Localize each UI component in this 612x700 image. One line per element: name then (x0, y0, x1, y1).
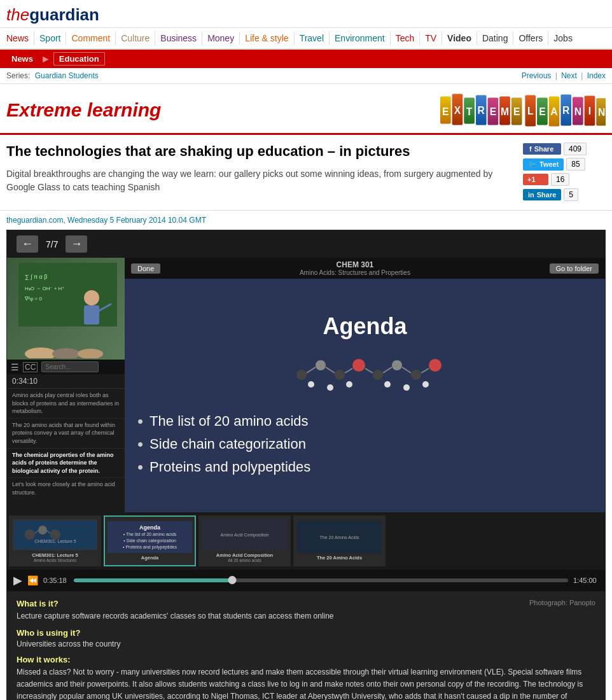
svg-text:E: E (490, 106, 496, 116)
course-info: CHEM 301 Amino Acids: Structures and Pro… (300, 260, 410, 276)
gallery-next-button[interactable]: → (66, 235, 87, 253)
svg-line-49 (365, 368, 373, 373)
molecule-graphic (276, 349, 454, 400)
series-next[interactable]: Next (561, 71, 577, 80)
nav-item-money[interactable]: Money (202, 32, 240, 45)
rewind-button[interactable]: ⏪ (27, 575, 38, 585)
svg-point-44 (411, 370, 421, 380)
svg-point-56 (384, 381, 391, 388)
nav-item-culture[interactable]: Culture (116, 32, 155, 45)
gp-count: 16 (551, 173, 569, 186)
svg-text:R: R (562, 104, 569, 115)
sidebar-image: ∑ ∫ π α β H₂O → OH⁻ + H⁺ ∇²ψ = 0 (7, 258, 125, 360)
linkedin-share-row: in Share 5 (523, 188, 606, 201)
list-icon[interactable]: ☰ (11, 362, 19, 372)
tw-count: 85 (566, 158, 585, 171)
nav-item-comment[interactable]: Comment (66, 32, 116, 45)
cc-icon[interactable]: CC (23, 362, 38, 372)
progress-dot[interactable] (228, 576, 236, 584)
fb-label: Share (534, 145, 554, 153)
gallery-main: ∑ ∫ π α β H₂O → OH⁻ + H⁺ ∇²ψ = 0 (7, 258, 605, 512)
gallery-sidebar: ∑ ∫ π α β H₂O → OH⁻ + H⁺ ∇²ψ = 0 (7, 258, 125, 512)
facebook-share-button[interactable]: f Share (523, 143, 561, 155)
time-current: 0:35:18 (43, 577, 69, 584)
svg-line-46 (307, 367, 316, 373)
thumb-3[interactable]: Amino Acid Composition Amino Acid Compos… (198, 515, 291, 566)
play-button[interactable]: ▶ (13, 573, 22, 587)
series-name[interactable]: Guardian Students (35, 71, 99, 80)
svg-point-39 (316, 360, 326, 370)
svg-line-51 (402, 367, 411, 373)
thumb-1[interactable]: CHEM301: Lecture 5 CHEM301: Lecture 5 Am… (9, 515, 101, 566)
tw-label: Tweet (539, 160, 559, 168)
nav-item-jobs[interactable]: Jobs (548, 32, 578, 45)
breadcrumb: News ► Education (0, 50, 612, 68)
nav-item-sport[interactable]: Sport (34, 32, 66, 45)
sidebar-search-input[interactable] (41, 361, 99, 372)
section-title: Extreme learning (6, 99, 161, 121)
breadcrumb-arrow: ► (41, 53, 51, 65)
sidebar-time: 0:34:10 (7, 374, 125, 389)
teacher-illustration: ∑ ∫ π α β H₂O → OH⁻ + H⁺ ∇²ψ = 0 (15, 260, 117, 358)
svg-point-57 (403, 384, 410, 391)
svg-point-61 (38, 526, 47, 535)
googleplus-share-button[interactable]: +1 (523, 174, 548, 185)
svg-point-37 (78, 349, 103, 358)
gallery-prev-button[interactable]: ← (17, 235, 38, 253)
svg-line-50 (383, 367, 392, 373)
photo-credit: Photograph: Panopto (529, 599, 595, 606)
slide-area: Agenda (125, 279, 605, 512)
site-logo[interactable]: theguardian (6, 5, 606, 25)
thumb-2[interactable]: Agenda• The list of 20 amino acids• Side… (104, 515, 196, 566)
what-label: What is it? (17, 599, 595, 608)
breadcrumb-news[interactable]: News (6, 53, 38, 65)
breadcrumb-education[interactable]: Education (53, 52, 105, 66)
nav-item-dating[interactable]: Dating (477, 32, 513, 45)
svg-text:R: R (478, 104, 485, 115)
gallery-nav: ← 7/7 → (7, 230, 605, 258)
nav-item-environment[interactable]: Environment (330, 32, 391, 45)
nav-item-offers[interactable]: Offers (513, 32, 548, 45)
svg-point-45 (429, 359, 442, 372)
svg-point-35 (25, 347, 57, 358)
main-nav: News Sport Comment Culture Business Mone… (0, 28, 612, 50)
gallery-total: 7 (53, 239, 59, 249)
nav-item-business[interactable]: Business (155, 32, 202, 45)
nav-item-tech[interactable]: Tech (391, 32, 421, 45)
twitter-share-button[interactable]: 🐦 Tweet (523, 158, 564, 171)
gallery-header-bar: Done CHEM 301 Amino Acids: Structures an… (125, 258, 605, 279)
svg-point-54 (327, 384, 333, 391)
svg-point-60 (25, 529, 35, 540)
go-to-folder-button[interactable]: Go to folder (550, 263, 599, 274)
progress-bar[interactable] (74, 578, 568, 582)
bullet-dot-3: • (137, 459, 143, 475)
who-text: Universities across the country (17, 640, 595, 648)
bullet-1: • The list of 20 amino acids (137, 410, 592, 433)
thumb-3-sub: All 20 amino acids (228, 558, 261, 563)
bullet-dot-2: • (137, 436, 143, 452)
sep2: | (581, 71, 583, 80)
nav-item-lifestyle[interactable]: Life & style (240, 32, 294, 45)
bullet-text-2: Side chain categorization (150, 436, 306, 452)
series-index[interactable]: Index (587, 71, 606, 80)
series-prev[interactable]: Previous (522, 71, 552, 80)
done-button[interactable]: Done (131, 263, 160, 274)
sidebar-text3: The chemical properties of the amino aci… (7, 449, 125, 479)
site-header: theguardian (0, 0, 612, 28)
logo-the: the (6, 5, 29, 24)
linkedin-share-button[interactable]: in Share (523, 189, 561, 200)
bullet-dot-1: • (137, 413, 143, 430)
article-header: The technologies that are shaking up edu… (6, 143, 606, 204)
svg-point-58 (422, 381, 429, 388)
svg-point-53 (308, 381, 314, 388)
progress-fill (74, 578, 232, 582)
nav-item-travel[interactable]: Travel (295, 32, 330, 45)
time-end: 1:45:00 (573, 577, 599, 584)
nav-item-tv[interactable]: TV (420, 32, 442, 45)
nav-item-video[interactable]: Video (442, 32, 477, 45)
course-sub: Amino Acids: Structures and Properties (300, 269, 410, 276)
li-count: 5 (564, 188, 578, 201)
nav-item-news[interactable]: News (6, 32, 34, 45)
thumb-2-title: Agenda (141, 555, 159, 561)
thumb-4[interactable]: The 20 Amino Acids The 20 Amino Acids (293, 515, 386, 566)
